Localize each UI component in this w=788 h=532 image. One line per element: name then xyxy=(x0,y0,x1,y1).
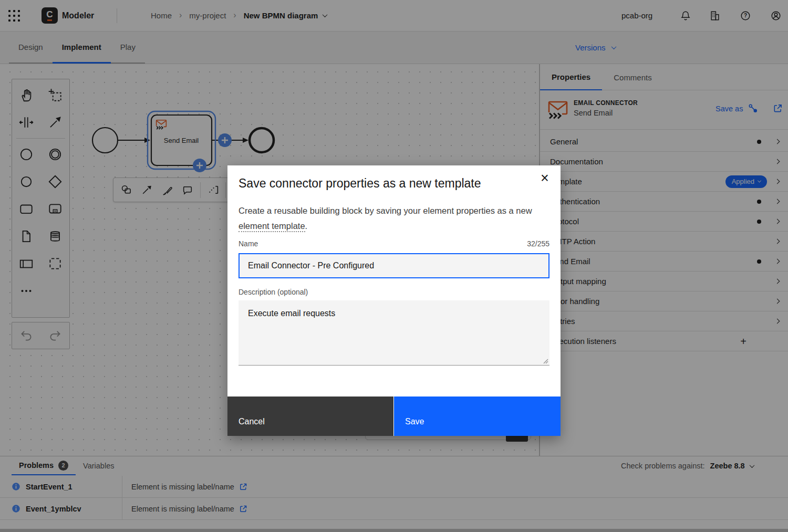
template-name-input[interactable] xyxy=(239,253,549,278)
template-description-textarea[interactable]: Execute email requests xyxy=(239,300,549,366)
modal-title: Save connector properties as a new templ… xyxy=(239,176,481,191)
save-template-modal: × Save connector properties as a new tem… xyxy=(227,165,561,436)
modal-footer: Cancel Save xyxy=(227,397,561,436)
name-char-counter: 32/255 xyxy=(527,239,549,248)
cancel-button[interactable]: Cancel xyxy=(227,397,393,436)
description-label: Description (optional) xyxy=(239,288,308,296)
name-label-row: Name 32/255 xyxy=(239,239,549,248)
element-template-link[interactable]: element template xyxy=(239,221,305,232)
close-icon[interactable]: × xyxy=(536,169,554,187)
name-label: Name xyxy=(239,239,258,248)
save-button[interactable]: Save xyxy=(394,397,561,436)
modal-body-text: Create a reusable building block by savi… xyxy=(239,203,551,234)
textarea-resize-handle[interactable] xyxy=(542,358,548,364)
